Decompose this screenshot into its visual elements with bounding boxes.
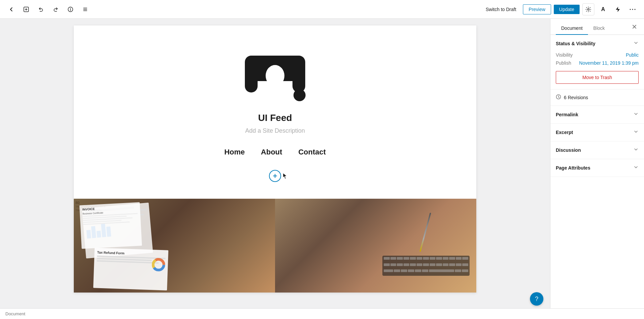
publish-value[interactable]: November 11, 2019 1:39 pm (579, 60, 639, 66)
sidebar-close-button[interactable]: ✕ (630, 21, 639, 32)
excerpt-chevron (633, 129, 639, 136)
site-nav: Home About Contact (224, 148, 326, 156)
revisions-label: 6 Revisions (564, 95, 588, 100)
hero-image: Tax Refund Form (74, 199, 476, 293)
status-visibility-section: Status & Visibility Visibility Public Pu… (550, 35, 644, 89)
site-title: UI Feed (258, 113, 292, 123)
info-button[interactable] (64, 3, 76, 15)
add-block-toolbar-button[interactable] (20, 3, 32, 15)
main-area: UI Feed Add a Site Description Home Abou… (0, 19, 644, 308)
svg-point-3 (588, 8, 589, 10)
publish-label: Publish (556, 60, 571, 66)
discussion-section: Discussion (550, 141, 644, 159)
status-visibility-title: Status & Visibility (556, 41, 595, 46)
switch-to-draft-button[interactable]: Switch to Draft (482, 5, 520, 14)
svg-point-2 (70, 8, 71, 9)
undo-button[interactable] (35, 3, 47, 15)
site-logo (238, 46, 312, 106)
status-bar: Document (0, 308, 644, 319)
visibility-label: Visibility (556, 52, 573, 58)
permalink-header[interactable]: Permalink (550, 106, 644, 123)
svg-point-4 (630, 9, 631, 10)
page-attributes-chevron (633, 165, 639, 171)
font-button[interactable]: A (597, 3, 609, 15)
back-button[interactable] (5, 3, 17, 15)
sidebar-panel: Status & Visibility Visibility Public Pu… (550, 35, 644, 177)
move-to-trash-button[interactable]: Move to Trash (556, 71, 639, 84)
permalink-section: Permalink (550, 106, 644, 124)
more-options-button[interactable] (627, 3, 639, 15)
preview-button[interactable]: Preview (523, 4, 551, 14)
discussion-title: Discussion (556, 147, 581, 153)
toolbar: Switch to Draft Preview Update A (0, 0, 644, 19)
excerpt-section: Excerpt (550, 124, 644, 141)
page-attributes-section: Page Attributes (550, 159, 644, 177)
visibility-value[interactable]: Public (626, 52, 639, 58)
nav-item-contact[interactable]: Contact (298, 148, 326, 156)
cursor-icon (282, 173, 287, 179)
discussion-chevron (633, 147, 639, 153)
site-description[interactable]: Add a Site Description (245, 127, 305, 134)
revisions-icon (556, 94, 561, 101)
add-block-button[interactable] (269, 170, 281, 182)
status-bar-label: Document (5, 311, 25, 316)
svg-point-12 (266, 65, 284, 86)
status-visibility-chevron (633, 40, 639, 47)
svg-point-5 (632, 9, 633, 10)
excerpt-title: Excerpt (556, 130, 573, 135)
sidebar: Document Block ✕ Status & Visibility Vi (550, 19, 644, 308)
tab-block[interactable]: Block (588, 22, 610, 35)
bolt-button[interactable] (612, 3, 624, 15)
excerpt-header[interactable]: Excerpt (550, 124, 644, 141)
revisions-row[interactable]: 6 Revisions (550, 89, 644, 106)
status-visibility-header[interactable]: Status & Visibility (550, 35, 644, 52)
permalink-chevron (633, 111, 639, 118)
toolbar-left (5, 3, 91, 15)
svg-point-13 (293, 89, 306, 101)
list-view-button[interactable] (79, 3, 91, 15)
visibility-row: Visibility Public (556, 52, 639, 58)
status-visibility-content: Visibility Public Publish November 11, 2… (550, 52, 644, 89)
add-block-area (266, 167, 284, 185)
svg-point-6 (635, 9, 636, 10)
update-button[interactable]: Update (554, 5, 580, 14)
canvas-area: UI Feed Add a Site Description Home Abou… (0, 19, 550, 308)
toolbar-right: Switch to Draft Preview Update A (482, 3, 639, 15)
nav-item-home[interactable]: Home (224, 148, 245, 156)
permalink-title: Permalink (556, 112, 578, 117)
redo-button[interactable] (50, 3, 62, 15)
page-canvas: UI Feed Add a Site Description Home Abou… (74, 25, 476, 293)
nav-item-about[interactable]: About (261, 148, 282, 156)
page-attributes-header[interactable]: Page Attributes (550, 159, 644, 177)
settings-button[interactable] (582, 3, 594, 15)
publish-row: Publish November 11, 2019 1:39 pm (556, 60, 639, 66)
help-button[interactable]: ? (530, 292, 543, 306)
discussion-header[interactable]: Discussion (550, 141, 644, 159)
site-header: UI Feed Add a Site Description Home Abou… (74, 25, 476, 199)
sidebar-tabs: Document Block ✕ (550, 19, 644, 35)
hero-image-right: INVOICE Business Certificate (275, 199, 476, 293)
page-attributes-title: Page Attributes (556, 165, 590, 171)
tab-document[interactable]: Document (556, 22, 588, 35)
